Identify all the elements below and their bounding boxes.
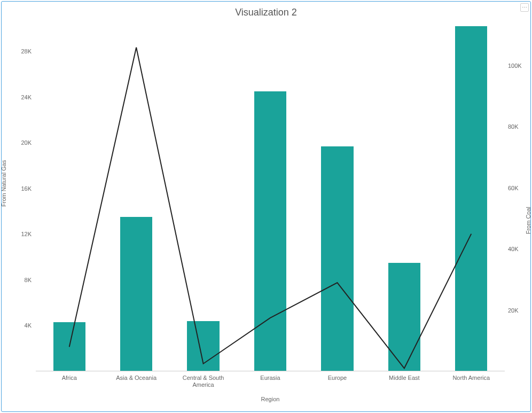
x-tick-label: Africa <box>40 375 99 381</box>
y-left-tick: 16K <box>2 185 34 192</box>
y-left-tick: 4K <box>2 322 34 329</box>
x-tick-label: Asia & Oceania <box>107 375 166 381</box>
y-right-tick: 100K <box>506 63 530 69</box>
more-options-button[interactable]: ⋯ <box>520 3 529 12</box>
more-options-icon: ⋯ <box>522 5 526 10</box>
x-axis: Region AfricaAsia & OceaniaCentral & Sou… <box>36 371 505 403</box>
y-left-tick: 8K <box>2 277 34 283</box>
y-axis-right-ticks: 20K40K60K80K100K <box>506 23 530 371</box>
line-path[interactable] <box>69 48 472 369</box>
x-tick-label: Central & SouthAmerica <box>174 375 233 388</box>
y-right-tick: 80K <box>506 123 530 130</box>
plot-area <box>36 23 505 371</box>
x-tick-label: Middle East <box>375 375 434 381</box>
x-tick-label: North America <box>442 375 500 381</box>
y-right-tick: 60K <box>506 185 530 191</box>
x-axis-label: Region <box>36 396 505 402</box>
x-tick-label: Eurasia <box>241 375 300 381</box>
y-left-tick: 20K <box>2 139 34 146</box>
y-left-tick: 24K <box>2 94 34 100</box>
y-axis-left-ticks: 4K8K12K16K20K24K28K <box>2 23 34 371</box>
y-left-tick: 28K <box>2 48 34 54</box>
chart-card: Visualization 2 ⋯ From Natural Gas From … <box>1 1 531 412</box>
y-right-tick: 20K <box>506 307 530 314</box>
y-left-tick: 12K <box>2 231 34 237</box>
line-series <box>36 23 505 371</box>
y-right-tick: 40K <box>506 246 530 252</box>
chart-title: Visualization 2 <box>2 7 530 18</box>
x-tick-label: Europe <box>308 375 366 381</box>
